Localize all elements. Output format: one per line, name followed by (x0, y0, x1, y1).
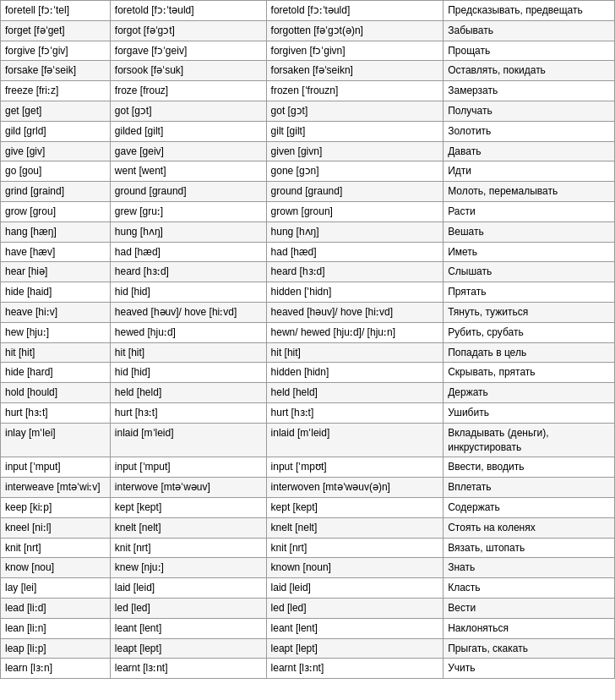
table-cell: gilt [gilt] (266, 121, 444, 141)
table-cell: hear [hiə] (1, 262, 111, 282)
table-cell: heaved [həuv]/ hove [hiːvd] (110, 302, 266, 322)
table-row: know [nou]knew [njuː]known [noun]Знать (1, 558, 615, 578)
table-row: inlay [mˈlei]inlaid [mˈleid]inlaid [mˈle… (1, 423, 615, 457)
table-cell: forgive [fɔˈgiv] (1, 41, 111, 61)
table-cell: forsaken [fəˈseikn] (266, 61, 444, 81)
table-row: hide [hard]hid [hid]hidden [hidn]Скрыват… (1, 363, 615, 383)
table-row: foretell [fɔːˈtel]foretold [fɔːˈtəuld]fo… (1, 1, 615, 21)
table-cell: gave [geiv] (110, 141, 266, 161)
table-cell: knelt [nelt] (266, 517, 444, 538)
table-cell: gilded [gilt] (110, 121, 266, 141)
table-cell: ground [graund] (110, 182, 266, 202)
table-row: lay [lei]laid [leid]laid [leid]Класть (1, 578, 615, 599)
table-cell: grown [groun] (266, 201, 444, 221)
table-cell: interwoven [mtəˈwəuv(ə)n] (266, 478, 444, 498)
table-cell: Тянуть, тужиться (444, 302, 615, 322)
table-cell: input [ˈmpʊt] (266, 457, 444, 478)
table-cell: hidden [hidn] (266, 363, 444, 383)
table-cell: forsook [fəˈsuk] (110, 61, 266, 81)
table-row: forgive [fɔˈgiv]forgave [fɔˈgeiv]forgive… (1, 41, 615, 61)
table-cell: hit [hit] (1, 342, 111, 363)
table-cell: hide [hard] (1, 363, 111, 383)
table-cell: laid [leid] (110, 578, 266, 599)
table-cell: went [went] (110, 161, 266, 182)
irregular-verbs-table: foretell [fɔːˈtel]foretold [fɔːˈtəuld]fo… (0, 0, 615, 679)
table-row: hang [hæŋ]hung [hʌŋ]hung [hʌŋ]Вешать (1, 221, 615, 242)
table-cell: give [giv] (1, 141, 111, 161)
table-cell: keep [kiːp] (1, 497, 111, 517)
table-cell: got [gɔt] (110, 101, 266, 121)
table-cell: held [held] (110, 383, 266, 403)
table-row: grind [graind]ground [graund]ground [gra… (1, 182, 615, 202)
table-cell: Знать (444, 558, 615, 578)
table-cell: inlay [mˈlei] (1, 423, 111, 457)
table-cell: grew [gruː] (110, 201, 266, 221)
table-cell: learn [lɜːn] (1, 659, 111, 679)
table-cell: Прощать (444, 41, 615, 61)
table-row: hide [haid]hid [hid]hidden [ˈhidn]Прятат… (1, 282, 615, 303)
table-row: hurt [hɜːt]hurt [hɜːt]hurt [hɜːt]Ушибить (1, 402, 615, 423)
table-cell: Ушибить (444, 402, 615, 423)
table-cell: foretold [fɔːˈtəuld] (110, 1, 266, 21)
table-cell: Класть (444, 578, 615, 599)
table-cell: lay [lei] (1, 578, 111, 599)
table-row: hold [hould]held [held]held [held]Держат… (1, 383, 615, 403)
table-cell: given [givn] (266, 141, 444, 161)
table-row: freeze [friːz]froze [frouz]frozen [ˈfrou… (1, 81, 615, 101)
table-cell: Ввести, вводить (444, 457, 615, 478)
table-cell: Золотить (444, 121, 615, 141)
table-row: leap [liːp]leapt [lept]leapt [lept]Прыга… (1, 638, 615, 659)
table-cell: forgotten [fəˈgɔt(ə)n] (266, 20, 444, 41)
table-cell: hewed [hjuːd] (110, 322, 266, 342)
table-cell: leant [lent] (110, 618, 266, 638)
table-cell: heave [hiːv] (1, 302, 111, 322)
table-cell: known [noun] (266, 558, 444, 578)
table-cell: lean [liːn] (1, 618, 111, 638)
table-cell: Учить (444, 659, 615, 679)
table-cell: grow [grou] (1, 201, 111, 221)
table-row: grow [grou]grew [gruː]grown [groun]Расти (1, 201, 615, 221)
table-cell: knew [njuː] (110, 558, 266, 578)
table-cell: forsake [fəˈseik] (1, 61, 111, 81)
table-row: give [giv]gave [geiv]given [givn]Давать (1, 141, 615, 161)
table-cell: interwove [mtəˈwəuv] (110, 478, 266, 498)
table-cell: Содержать (444, 497, 615, 517)
table-cell: held [held] (266, 383, 444, 403)
table-cell: knit [nrt] (1, 538, 111, 558)
table-cell: foretold [fɔːˈtəuld] (266, 1, 444, 21)
table-cell: Идти (444, 161, 615, 182)
table-cell: hew [hjuː] (1, 322, 111, 342)
table-cell: Прятать (444, 282, 615, 303)
table-cell: foretell [fɔːˈtel] (1, 1, 111, 21)
table-cell: Иметь (444, 242, 615, 262)
table-row: keep [kiːp]kept [kept]kept [kept]Содержа… (1, 497, 615, 517)
table-cell: inlaid [mˈleid] (110, 423, 266, 457)
table-cell: Забывать (444, 20, 615, 41)
table-cell: led [led] (266, 598, 444, 618)
table-cell: hid [hid] (110, 363, 266, 383)
table-cell: kneel [niːl] (1, 517, 111, 538)
table-cell: know [nou] (1, 558, 111, 578)
table-cell: hurt [hɜːt] (1, 402, 111, 423)
table-cell: Скрывать, прятать (444, 363, 615, 383)
table-row: kneel [niːl]knelt [nelt]knelt [nelt]Стоя… (1, 517, 615, 538)
table-cell: leapt [lept] (266, 638, 444, 659)
table-cell: learnt [lɜːnt] (266, 659, 444, 679)
table-cell: learnt [lɜːnt] (110, 659, 266, 679)
table-row: forsake [fəˈseik]forsook [fəˈsuk]forsake… (1, 61, 615, 81)
table-cell: heaved [həuv]/ hove [hiːvd] (266, 302, 444, 322)
table-row: get [get]got [gɔt]got [gɔt]Получать (1, 101, 615, 121)
table-row: forget [fəˈget]forgot [fəˈgɔt]forgotten … (1, 20, 615, 41)
table-cell: Слышать (444, 262, 615, 282)
table-cell: laid [leid] (266, 578, 444, 599)
table-cell: Вкладывать (деньги), инкрустировать (444, 423, 615, 457)
table-row: have [hæv]had [hæd]had [hæd]Иметь (1, 242, 615, 262)
table-cell: go [gou] (1, 161, 111, 182)
table-cell: kept [kept] (266, 497, 444, 517)
table-cell: forgave [fɔˈgeiv] (110, 41, 266, 61)
table-cell: input [ˈmput] (110, 457, 266, 478)
table-cell: hidden [ˈhidn] (266, 282, 444, 303)
table-cell: Вязать, штопать (444, 538, 615, 558)
table-cell: grind [graind] (1, 182, 111, 202)
table-cell: hit [hit] (266, 342, 444, 363)
